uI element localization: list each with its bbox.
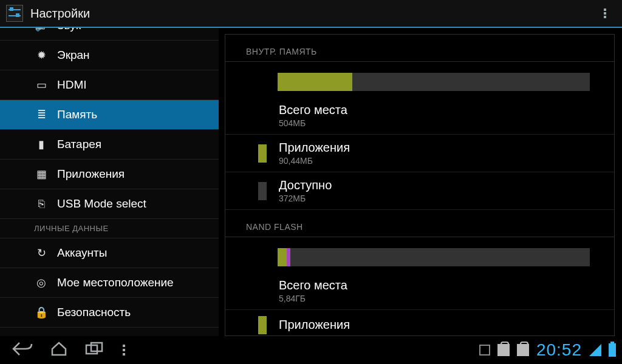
storage-row[interactable]: Доступно372МБ xyxy=(225,172,614,210)
sidebar-item-security[interactable]: 🔒Безопасность xyxy=(0,298,219,328)
sidebar-item-label: Безопасность xyxy=(57,306,131,319)
storage-row-subtitle: 504МБ xyxy=(279,118,347,128)
storage-swatch xyxy=(258,316,267,334)
sidebar-section-header-personal: ЛИЧНЫЕ ДАННЫЕ xyxy=(0,219,219,238)
location-icon: ◎ xyxy=(34,275,49,290)
sidebar-item-apps[interactable]: ▦Приложения xyxy=(0,160,219,189)
settings-sidebar: 🔊Звук✹Экран▭HDMI≣Память▮Батарея▦Приложен… xyxy=(0,28,219,336)
sidebar-item-accounts[interactable]: ↻Аккаунты xyxy=(0,238,219,268)
battery-icon xyxy=(609,343,616,357)
notification-icon-1 xyxy=(479,345,490,356)
storage-swatch xyxy=(258,182,267,200)
sidebar-item-battery[interactable]: ▮Батарея xyxy=(0,130,219,160)
overflow-menu-icon[interactable] xyxy=(598,6,612,21)
storage-row-title: Приложения xyxy=(279,318,350,332)
storage-bar-segment xyxy=(278,248,287,266)
settings-icon xyxy=(6,5,23,22)
storage-row-subtitle: 372МБ xyxy=(279,194,332,203)
wifi-icon xyxy=(589,344,601,356)
security-icon: 🔒 xyxy=(34,305,49,320)
storage-panel: ВНУТР. ПАМЯТЬВсего места504МБПриложения9… xyxy=(225,34,615,336)
sidebar-item-location[interactable]: ◎Мое местоположение xyxy=(0,268,219,298)
usb-mode-icon: ⎘ xyxy=(34,197,49,211)
storage-row-title: Всего места xyxy=(279,278,347,292)
sidebar-item-label: Приложения xyxy=(57,167,125,181)
storage-swatch xyxy=(258,144,267,163)
sidebar-item-usb-mode[interactable]: ⎘USB Mode select xyxy=(0,189,219,219)
sidebar-item-label: Аккаунты xyxy=(57,246,107,260)
sidebar-item-label: HDMI xyxy=(57,78,87,92)
page-title: Настройки xyxy=(30,7,90,21)
storage-row[interactable]: Всего места5,84ГБ xyxy=(225,272,614,310)
storage-section-title: ВНУТР. ПАМЯТЬ xyxy=(225,35,614,62)
storage-row-title: Доступно xyxy=(279,178,332,192)
storage-usage-bar[interactable] xyxy=(278,73,590,91)
status-area[interactable]: 20:52 xyxy=(479,340,616,360)
storage-bar-segment xyxy=(287,248,290,266)
back-button[interactable] xyxy=(12,342,33,359)
storage-row-title: Всего места xyxy=(279,103,347,117)
notification-icon-2 xyxy=(497,344,510,356)
home-button[interactable] xyxy=(50,342,68,359)
sidebar-item-label: USB Mode select xyxy=(57,197,146,211)
sidebar-item-sound[interactable]: 🔊Звук xyxy=(0,28,219,41)
battery-icon: ▮ xyxy=(34,137,49,152)
storage-icon: ≣ xyxy=(34,107,49,122)
recents-button[interactable] xyxy=(85,342,106,359)
notification-icon-3 xyxy=(517,344,529,356)
sidebar-item-label: Экран xyxy=(57,49,90,62)
sidebar-item-label: Батарея xyxy=(57,138,101,151)
sidebar-item-label: Память xyxy=(57,108,97,121)
sidebar-item-storage[interactable]: ≣Память xyxy=(0,100,219,130)
accounts-icon: ↻ xyxy=(34,246,49,260)
nav-more-icon[interactable] xyxy=(123,345,125,356)
storage-swatch xyxy=(258,107,267,125)
apps-icon: ▦ xyxy=(34,167,49,181)
storage-row[interactable]: Приложения90,44МБ xyxy=(225,135,614,172)
storage-row-subtitle: 5,84ГБ xyxy=(279,294,347,303)
hdmi-icon: ▭ xyxy=(34,78,49,92)
sidebar-item-hdmi[interactable]: ▭HDMI xyxy=(0,70,219,100)
sound-icon: 🔊 xyxy=(34,28,49,33)
action-bar: Настройки xyxy=(0,0,622,28)
storage-row[interactable]: Приложения xyxy=(225,310,614,336)
storage-bar-segment xyxy=(278,73,352,91)
display-icon: ✹ xyxy=(34,48,49,62)
storage-row-subtitle: 90,44МБ xyxy=(279,156,350,166)
clock: 20:52 xyxy=(536,340,582,360)
sidebar-item-display[interactable]: ✹Экран xyxy=(0,41,219,70)
sidebar-item-label: Звук xyxy=(57,28,81,32)
storage-row-title: Приложения xyxy=(279,141,350,155)
storage-row[interactable]: Всего места504МБ xyxy=(225,97,614,135)
storage-usage-bar[interactable] xyxy=(278,248,590,266)
storage-swatch xyxy=(258,282,267,300)
storage-section-title: NAND FLASH xyxy=(225,210,614,237)
sidebar-item-label: Мое местоположение xyxy=(57,276,174,289)
system-navbar: 20:52 xyxy=(0,336,622,364)
